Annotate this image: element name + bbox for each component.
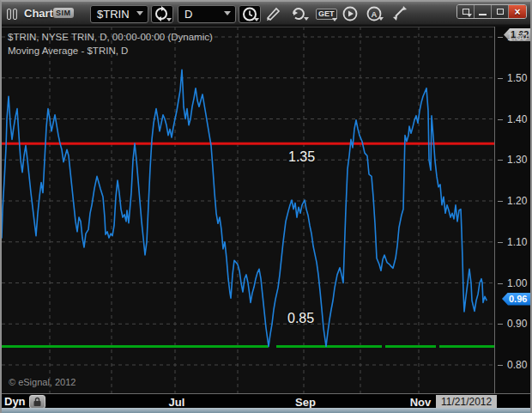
y-axis-tick-label: 1.00 [507, 277, 527, 289]
chevron-down-icon[interactable] [378, 17, 384, 21]
y-axis-tick-label: 0.90 [507, 318, 527, 330]
time-template-button[interactable] [239, 5, 261, 23]
y-axis-tick-label: 1.60 [507, 31, 527, 43]
y-axis-tick-mark [498, 160, 503, 161]
title-bar[interactable]: Chart SIM $TRIN D [2, 2, 530, 25]
lock-timeframe-button[interactable] [29, 395, 45, 409]
chevron-down-icon[interactable] [254, 18, 259, 21]
chevron-down-icon [467, 14, 472, 17]
level-label-lower: 0.85 [287, 311, 314, 326]
y-axis-tick-label: 0.80 [507, 359, 527, 371]
svg-text:A: A [372, 9, 378, 19]
minimize-button[interactable] [475, 5, 492, 18]
y-axis-tick-mark [498, 78, 503, 79]
chevron-down-icon[interactable] [136, 11, 143, 15]
symbol-value: $TRIN [97, 8, 130, 21]
maximize-icon [497, 9, 504, 15]
last-price-badge: 0.96 [502, 293, 530, 306]
y-axis-tick-mark [498, 119, 503, 120]
sim-badge: SIM [53, 8, 74, 18]
y-axis-tick-mark [498, 37, 503, 38]
symbol-refresh-button[interactable] [151, 5, 173, 23]
minimize-icon [479, 14, 487, 15]
window-controls: × [456, 4, 527, 19]
window-title: Chart [24, 7, 53, 20]
chevron-down-icon[interactable] [304, 17, 309, 21]
price-axis[interactable]: 1.62 0.96 1.601.501.401.301.201.101.000.… [494, 27, 530, 393]
x-axis-month-label: Sep [288, 396, 323, 409]
reload-data-button[interactable] [290, 6, 307, 24]
symbol-combobox[interactable]: $TRIN [90, 5, 148, 23]
y-axis-tick-label: 1.50 [507, 72, 527, 84]
window-grip-icon [7, 8, 21, 19]
y-axis-tick-label: 1.40 [507, 113, 527, 125]
restore-button[interactable] [457, 5, 475, 18]
play-icon [342, 6, 358, 21]
chevron-down-icon[interactable] [332, 18, 337, 21]
chart-header-line1: $TRIN, NYSE TRIN, D, 00:00-00:00 (Dynami… [8, 32, 213, 42]
y-axis-tick-mark [498, 242, 503, 243]
y-axis-tick-mark [498, 201, 503, 202]
interval-value: D [184, 8, 192, 21]
y-axis-tick-label: 1.10 [507, 236, 527, 248]
alerts-button[interactable]: A [366, 6, 382, 25]
y-axis-tick-label: 1.30 [507, 154, 527, 166]
chart-header-line2: Moving Average - $TRIN, D [8, 46, 128, 56]
swap-arrows-icon [392, 6, 408, 21]
y-axis-tick-label: 1.20 [507, 195, 527, 207]
x-axis-month-label: Jul [160, 396, 194, 409]
get-data-button[interactable]: GET [316, 9, 337, 20]
x-axis-month-label: Nov [403, 396, 438, 409]
y-axis-tick-mark [498, 283, 503, 284]
window-bottom-edge [2, 408, 532, 413]
chevron-down-icon[interactable] [224, 11, 231, 15]
close-icon: × [514, 7, 520, 17]
close-button[interactable]: × [509, 5, 526, 18]
chevron-down-icon[interactable] [166, 18, 172, 21]
chart-header: $TRIN, NYSE TRIN, D, 00:00-00:00 (Dynami… [8, 30, 213, 58]
interval-combobox[interactable]: D [178, 5, 236, 23]
y-axis-tick-mark [498, 324, 503, 325]
get-label: GET [318, 9, 335, 18]
link-symbol-button[interactable] [392, 6, 408, 24]
padlock-icon [33, 397, 42, 407]
maximize-button[interactable] [492, 5, 509, 18]
chart-window: Chart SIM $TRIN D [0, 0, 532, 413]
draw-tool-button[interactable] [264, 6, 281, 24]
price-chart[interactable] [2, 27, 494, 393]
copyright-text: © eSignal, 2012 [9, 377, 76, 387]
pencil-icon [264, 6, 281, 21]
level-label-upper: 1.35 [288, 149, 315, 165]
dyn-label: Dyn [4, 395, 26, 408]
y-axis-tick-mark [498, 365, 503, 366]
play-replay-button[interactable] [342, 6, 358, 25]
last-date-badge: 11/21/2012 [436, 395, 497, 409]
